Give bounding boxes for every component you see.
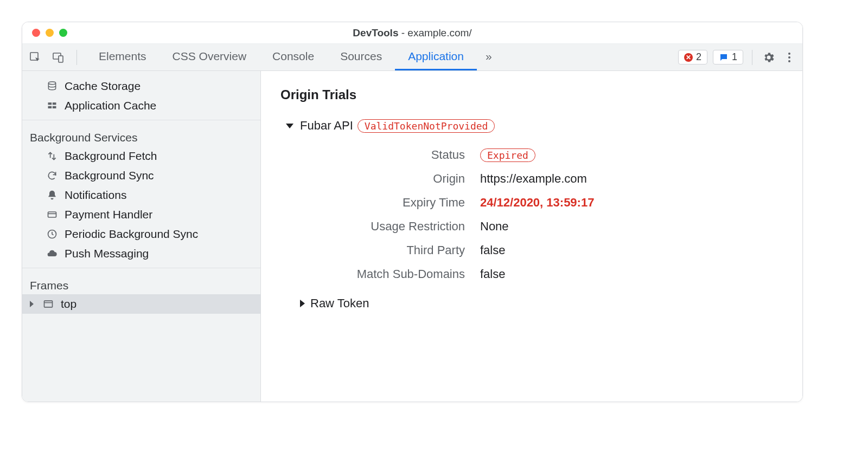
sidebar-item-application-cache[interactable]: Application Cache — [22, 96, 260, 115]
minimize-window-button[interactable] — [46, 29, 54, 37]
settings-icon[interactable] — [761, 50, 776, 65]
clock-icon — [46, 228, 58, 240]
token-status-badge: ValidTokenNotProvided — [358, 119, 495, 133]
sidebar-item-periodic-background-sync[interactable]: Periodic Background Sync — [22, 224, 260, 244]
sidebar-item-payment-handler[interactable]: Payment Handler — [22, 205, 260, 224]
sidebar-item-notifications[interactable]: Notifications — [22, 185, 260, 205]
label-usage-restriction: Usage Restriction — [313, 219, 465, 234]
cloud-icon — [46, 248, 58, 260]
window-title: DevTools - example.com/ — [22, 27, 802, 39]
svg-point-5 — [788, 60, 790, 62]
errors-count: 2 — [696, 51, 701, 63]
sidebar-section-header: Frames — [22, 274, 260, 294]
tab-css-overview[interactable]: CSS Overview — [159, 44, 260, 70]
main-content: Origin Trials Fubar API ValidTokenNotPro… — [261, 71, 802, 402]
inspect-element-icon[interactable] — [28, 50, 43, 65]
toolbar-divider — [752, 50, 752, 65]
sidebar-item-cache-storage[interactable]: Cache Storage — [22, 76, 260, 96]
svg-rect-2 — [59, 56, 63, 62]
sidebar-item-frame-top[interactable]: top — [22, 294, 260, 314]
svg-point-6 — [48, 82, 55, 85]
page-title: Origin Trials — [280, 87, 783, 102]
value-status: Expired — [480, 148, 783, 162]
sidebar-item-label: Notifications — [65, 189, 126, 202]
sidebar-section-frames: Frames top — [22, 268, 260, 402]
svg-rect-8 — [53, 102, 56, 105]
toolbar-divider — [76, 50, 77, 65]
value-match-sub-domains: false — [480, 267, 783, 281]
value-expiry-time: 24/12/2020, 13:59:17 — [480, 196, 783, 210]
disclosure-down-icon — [286, 124, 293, 128]
label-status: Status — [313, 148, 465, 162]
panel-tabs: Elements CSS Overview Console Sources Ap… — [86, 44, 501, 70]
application-sidebar: Cache Storage Application Cache Backgrou… — [22, 71, 261, 402]
messages-count: 1 — [732, 51, 737, 63]
sidebar-section-cache: Cache Storage Application Cache — [22, 71, 260, 120]
tab-elements[interactable]: Elements — [86, 44, 159, 70]
raw-token-row[interactable]: Raw Token — [300, 296, 783, 311]
svg-rect-11 — [48, 212, 56, 217]
frame-icon — [42, 298, 54, 310]
transfer-icon — [46, 150, 58, 162]
origin-trial-row[interactable]: Fubar API ValidTokenNotProvided — [286, 119, 783, 133]
grid-icon — [46, 100, 58, 112]
label-match-sub-domains: Match Sub-Domains — [313, 267, 465, 281]
close-window-button[interactable] — [32, 29, 40, 37]
sidebar-item-label: Cache Storage — [65, 80, 141, 93]
value-usage-restriction: None — [480, 219, 783, 234]
window-title-context: example.com/ — [407, 27, 471, 38]
zoom-window-button[interactable] — [59, 29, 67, 37]
devtools-window: DevTools - example.com/ Elements CSS Ove… — [22, 22, 803, 402]
label-expiry-time: Expiry Time — [313, 196, 465, 210]
sidebar-section-header: Background Services — [22, 126, 260, 146]
sidebar-item-label: Background Fetch — [65, 150, 157, 163]
raw-token-label: Raw Token — [310, 296, 369, 311]
sidebar-section-background-services: Background Services Background Fetch Bac… — [22, 120, 260, 268]
value-third-party: false — [480, 243, 783, 257]
sidebar-item-label: Push Messaging — [65, 247, 149, 260]
titlebar: DevTools - example.com/ — [22, 22, 802, 44]
bell-icon — [46, 189, 58, 201]
window-title-app: DevTools — [353, 27, 398, 38]
sync-icon — [46, 170, 58, 182]
sidebar-item-label: Periodic Background Sync — [65, 228, 198, 241]
credit-card-icon — [46, 209, 58, 221]
svg-rect-7 — [48, 102, 52, 105]
device-toolbar-icon[interactable] — [50, 50, 66, 65]
sidebar-item-label: top — [61, 298, 76, 311]
main-toolbar: Elements CSS Overview Console Sources Ap… — [22, 44, 802, 71]
value-origin: https://example.com — [480, 172, 783, 186]
svg-point-3 — [788, 53, 790, 55]
window-controls — [22, 29, 67, 37]
tabs-overflow-button[interactable]: » — [477, 44, 501, 70]
svg-rect-13 — [44, 301, 53, 307]
sidebar-item-label: Payment Handler — [65, 208, 152, 221]
more-menu-icon[interactable] — [782, 50, 797, 65]
svg-rect-9 — [48, 106, 52, 108]
svg-rect-10 — [53, 106, 56, 108]
status-badge: Expired — [480, 148, 535, 162]
origin-trial-name: Fubar API — [300, 119, 353, 133]
sidebar-item-push-messaging[interactable]: Push Messaging — [22, 244, 260, 263]
label-third-party: Third Party — [313, 243, 465, 257]
tab-console[interactable]: Console — [259, 44, 327, 70]
sidebar-item-label: Application Cache — [65, 99, 156, 112]
origin-trial-details: Status Expired Origin https://example.co… — [313, 148, 783, 281]
error-icon: ✕ — [684, 53, 693, 62]
messages-badge[interactable]: 1 — [713, 50, 743, 64]
sidebar-item-background-fetch[interactable]: Background Fetch — [22, 146, 260, 166]
errors-badge[interactable]: ✕ 2 — [678, 50, 707, 64]
sidebar-item-label: Background Sync — [65, 169, 154, 182]
database-icon — [46, 80, 58, 92]
tab-sources[interactable]: Sources — [327, 44, 395, 70]
label-origin: Origin — [313, 172, 465, 186]
tab-application[interactable]: Application — [395, 44, 477, 70]
panel-body: Cache Storage Application Cache Backgrou… — [22, 71, 802, 402]
disclosure-right-icon — [300, 300, 305, 307]
disclosure-right-icon — [30, 301, 34, 307]
svg-point-4 — [788, 56, 790, 59]
message-icon — [719, 53, 729, 62]
sidebar-item-background-sync[interactable]: Background Sync — [22, 166, 260, 185]
